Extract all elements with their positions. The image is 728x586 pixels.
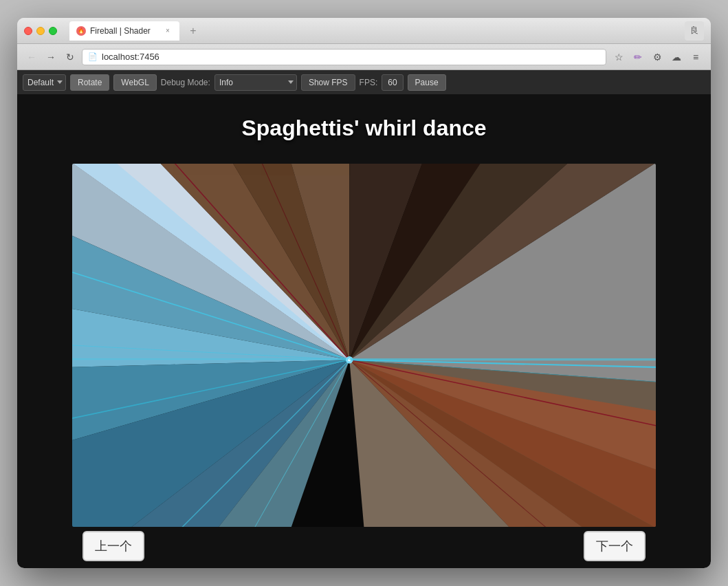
refresh-button[interactable]: ↻	[63, 50, 78, 65]
tab-bar: 🔥 Fireball | Shader × +	[63, 21, 679, 41]
tab-close-button[interactable]: ×	[163, 26, 173, 36]
forward-button[interactable]: →	[43, 50, 58, 65]
preset-select[interactable]: Default	[23, 74, 66, 91]
japanese-quality-icon: 良	[685, 21, 704, 41]
tab-favicon: 🔥	[76, 26, 86, 36]
toolbar: Default Rotate WebGL Debug Mode: Info No…	[17, 70, 711, 95]
shader-svg	[72, 164, 656, 527]
url-text: localhost:7456	[102, 52, 159, 62]
shader-art	[72, 164, 656, 527]
bookmark-button[interactable]: ☆	[610, 49, 627, 65]
menu-button[interactable]: ≡	[687, 49, 704, 65]
address-bar: ← → ↻ 📄 localhost:7456 ☆ ✏ ⚙ ☁ ≡	[17, 44, 711, 70]
show-fps-button[interactable]: Show FPS	[301, 74, 355, 91]
pause-button[interactable]: Pause	[408, 74, 446, 91]
url-bar[interactable]: 📄 localhost:7456	[82, 49, 606, 65]
window-controls-right: 良	[685, 21, 704, 41]
debug-mode-select[interactable]: Info None Verbose	[214, 74, 297, 91]
new-tab-button[interactable]: +	[184, 21, 203, 41]
content-area: Spaghettis' whirl dance	[17, 95, 711, 568]
cloud-button[interactable]: ☁	[668, 49, 685, 65]
webgl-button[interactable]: WebGL	[113, 74, 156, 91]
browser-tab[interactable]: 🔥 Fireball | Shader ×	[69, 21, 179, 41]
back-button[interactable]: ←	[24, 50, 39, 65]
prev-button[interactable]: 上一个	[82, 531, 144, 561]
browser-window: 🔥 Fireball | Shader × + 良 ← → ↻ 📄 localh…	[17, 18, 711, 568]
extensions-button[interactable]: ⚙	[649, 49, 665, 65]
minimize-window-button[interactable]	[36, 27, 45, 35]
shader-title: Spaghettis' whirl dance	[17, 116, 711, 141]
tab-label: Fireball | Shader	[90, 26, 151, 36]
close-window-button[interactable]	[24, 27, 32, 35]
pen-icon: ✏	[630, 49, 646, 65]
debug-mode-label: Debug Mode:	[161, 78, 210, 87]
next-button[interactable]: 下一个	[584, 531, 646, 561]
fps-label: FPS:	[360, 78, 378, 87]
shader-canvas	[72, 164, 656, 527]
page-icon: 📄	[88, 52, 98, 61]
rotate-button[interactable]: Rotate	[70, 74, 109, 91]
fps-value: 60	[382, 74, 403, 91]
svg-rect-38	[349, 358, 656, 360]
svg-rect-39	[72, 358, 349, 360]
title-bar: 🔥 Fireball | Shader × + 良	[17, 18, 711, 44]
address-actions: ☆ ✏ ⚙ ☁ ≡	[610, 49, 704, 65]
maximize-window-button[interactable]	[49, 27, 57, 35]
traffic-lights	[24, 27, 57, 35]
